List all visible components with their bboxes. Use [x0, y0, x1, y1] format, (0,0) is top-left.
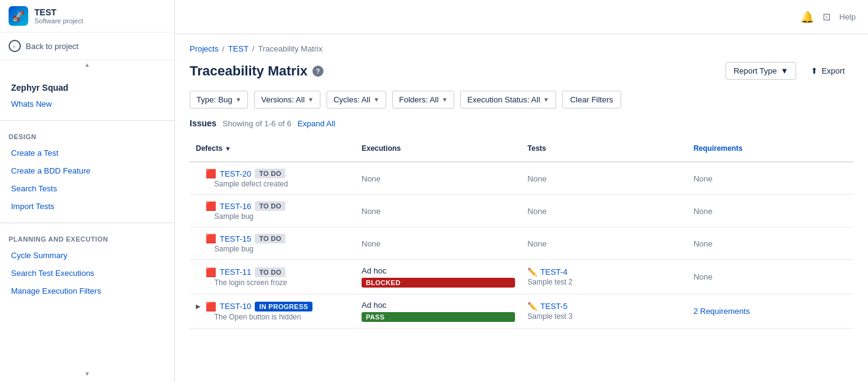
- defect-bug-icon-test16: 🟥: [206, 201, 216, 211]
- sidebar-divider-1: [0, 120, 174, 121]
- executions-cell-test16: None: [355, 201, 521, 222]
- breadcrumb: Projects / TEST / Traceability Matrix: [190, 44, 853, 53]
- zephyr-squad-label: Zephyr Squad: [9, 77, 166, 95]
- sidebar-item-search-executions[interactable]: Search Test Executions: [9, 264, 166, 282]
- executions-value-test15: None: [362, 239, 515, 248]
- th-requirements: Requirements: [688, 139, 853, 158]
- help-label[interactable]: Help: [839, 12, 856, 21]
- expand-icon-test10[interactable]: ▶: [196, 303, 202, 310]
- issues-header: Issues Showing of 1-6 of 6 Expand All: [190, 118, 853, 128]
- title-actions: Report Type ▼ ⬆ Export: [726, 62, 853, 80]
- executions-cell-test15: None: [355, 233, 521, 254]
- requirements-value-test11: None: [694, 272, 847, 281]
- breadcrumb-test[interactable]: TEST: [228, 44, 249, 53]
- exec-status-badge-test10: PASS: [362, 312, 515, 322]
- sidebar-item-import-tests[interactable]: Import Tests: [9, 197, 166, 215]
- defect-link-test10[interactable]: TEST-10: [220, 302, 251, 311]
- breadcrumb-sep-2: /: [252, 44, 255, 53]
- executions-adhoc-test11: Ad hoc: [362, 266, 515, 275]
- defect-link-test11[interactable]: TEST-11: [220, 267, 251, 277]
- requirements-link-test10[interactable]: 2 Requirements: [694, 307, 847, 316]
- defect-link-test20[interactable]: TEST-20: [220, 169, 251, 178]
- table-header: Defects ▼ Executions Tests Requirements: [190, 136, 853, 162]
- topbar: 🔔 ⊡ Help: [175, 0, 868, 34]
- status-badge-test16: TO DO: [255, 201, 285, 211]
- back-to-project-label: Back to project: [26, 42, 79, 51]
- defect-bug-icon-test15: 🟥: [206, 234, 216, 243]
- test-edit-icon-test10: ✏️: [527, 302, 537, 311]
- report-type-label: Report Type: [734, 66, 777, 75]
- defect-cell-test11: 🟥 TEST-11 TO DO The login screen froze: [190, 261, 355, 293]
- table-row: 🟥 TEST-15 TO DO Sample bug None None Non…: [190, 227, 853, 260]
- type-filter-button[interactable]: Type: Bug ▼: [190, 91, 248, 109]
- defect-row-test10: ▶ 🟥 TEST-10 IN PROGRESS: [196, 302, 349, 311]
- tests-cell-test15: None: [521, 233, 687, 254]
- sidebar-item-whats-new[interactable]: Whats New: [9, 95, 166, 113]
- page-title: Traceability Matrix ?: [190, 63, 324, 79]
- filters-row: Type: Bug ▼ Versions: All ▼ Cycles: All …: [190, 91, 853, 109]
- th-defects-label: Defects: [196, 144, 222, 153]
- breadcrumb-sep-1: /: [222, 44, 225, 53]
- versions-filter-chevron-icon: ▼: [308, 96, 314, 103]
- defect-row-test20: 🟥 TEST-20 TO DO: [196, 169, 349, 178]
- execution-status-filter-button[interactable]: Execution Status: All ▼: [460, 91, 556, 109]
- sidebar-item-create-test[interactable]: Create a Test: [9, 144, 166, 162]
- planning-section: PLANNING AND EXECUTION Cycle Summary Sea…: [0, 228, 174, 302]
- tests-cell-test16: None: [521, 201, 687, 222]
- type-filter-chevron-icon: ▼: [236, 96, 242, 103]
- defect-bug-icon-test10: 🟥: [206, 302, 216, 311]
- tests-cell-test10: ✏️ TEST-5 Sample test 3: [521, 296, 687, 327]
- share-icon[interactable]: ⊡: [823, 11, 831, 23]
- executions-cell-test20: None: [355, 168, 521, 189]
- page-title-text: Traceability Matrix: [190, 63, 308, 79]
- defect-link-test15[interactable]: TEST-15: [220, 234, 251, 243]
- bell-icon[interactable]: 🔔: [800, 10, 814, 24]
- scroll-up-indicator: ▲: [0, 60, 174, 69]
- help-circle-icon[interactable]: ?: [312, 66, 324, 77]
- table-row: 🟥 TEST-11 TO DO The login screen froze A…: [190, 260, 853, 294]
- sidebar-item-search-tests[interactable]: Search Tests: [9, 180, 166, 197]
- test-desc-test4: Sample test 2: [527, 278, 681, 286]
- defect-row-test15: 🟥 TEST-15 TO DO: [196, 234, 349, 243]
- expand-all-button[interactable]: Expand All: [298, 119, 335, 128]
- export-label: Export: [821, 66, 845, 75]
- traceability-table: Defects ▼ Executions Tests Requirements: [190, 136, 853, 329]
- project-name: TEST: [34, 7, 83, 17]
- requirements-value-test15: None: [694, 239, 847, 248]
- back-to-project[interactable]: ← Back to project: [0, 32, 174, 60]
- tests-cell-test11: ✏️ TEST-4 Sample test 2: [521, 261, 687, 292]
- breadcrumb-projects[interactable]: Projects: [190, 44, 219, 53]
- type-filter-label: Type: Bug: [196, 95, 233, 104]
- defect-cell-test10: ▶ 🟥 TEST-10 IN PROGRESS The Open button …: [190, 296, 355, 327]
- cycles-filter-button[interactable]: Cycles: All ▼: [327, 91, 386, 109]
- folders-filter-chevron-icon: ▼: [441, 96, 448, 103]
- defect-desc-test20: Sample defect created: [196, 180, 349, 188]
- project-type: Software project: [34, 17, 83, 25]
- sidebar-item-create-bdd[interactable]: Create a BDD Feature: [9, 162, 166, 180]
- executions-value-test20: None: [362, 174, 515, 183]
- cycles-filter-chevron-icon: ▼: [373, 96, 379, 103]
- sidebar-item-manage-filters[interactable]: Manage Execution Filters: [9, 282, 166, 300]
- defect-row-test16: 🟥 TEST-16 TO DO: [196, 201, 349, 211]
- folders-filter-button[interactable]: Folders: All ▼: [392, 91, 454, 109]
- status-badge-test20: TO DO: [255, 169, 285, 178]
- versions-filter-button[interactable]: Versions: All ▼: [254, 91, 320, 109]
- status-badge-test11: TO DO: [255, 267, 285, 277]
- sidebar-item-cycle-summary[interactable]: Cycle Summary: [9, 246, 166, 264]
- test-link-test4[interactable]: TEST-4: [540, 267, 567, 277]
- tests-cell-test20: None: [521, 168, 687, 189]
- test-edit-icon-test11: ✏️: [527, 267, 537, 277]
- export-button[interactable]: ⬆ Export: [802, 63, 853, 79]
- executions-cell-test10: Ad hoc PASS: [355, 294, 521, 328]
- report-type-button[interactable]: Report Type ▼: [726, 62, 796, 80]
- defect-link-test16[interactable]: TEST-16: [220, 202, 251, 211]
- zephyr-squad-section: Zephyr Squad Whats New: [0, 69, 174, 115]
- export-upload-icon: ⬆: [811, 66, 818, 75]
- status-badge-test10: IN PROGRESS: [255, 302, 312, 311]
- clear-filters-button[interactable]: Clear Filters: [562, 91, 621, 109]
- content-area: Projects / TEST / Traceability Matrix Tr…: [175, 34, 868, 382]
- test-link-test5[interactable]: TEST-5: [540, 302, 567, 311]
- th-tests: Tests: [521, 139, 687, 158]
- requirements-cell-test10: 2 Requirements: [688, 300, 853, 322]
- project-logo: 🚀: [9, 6, 28, 26]
